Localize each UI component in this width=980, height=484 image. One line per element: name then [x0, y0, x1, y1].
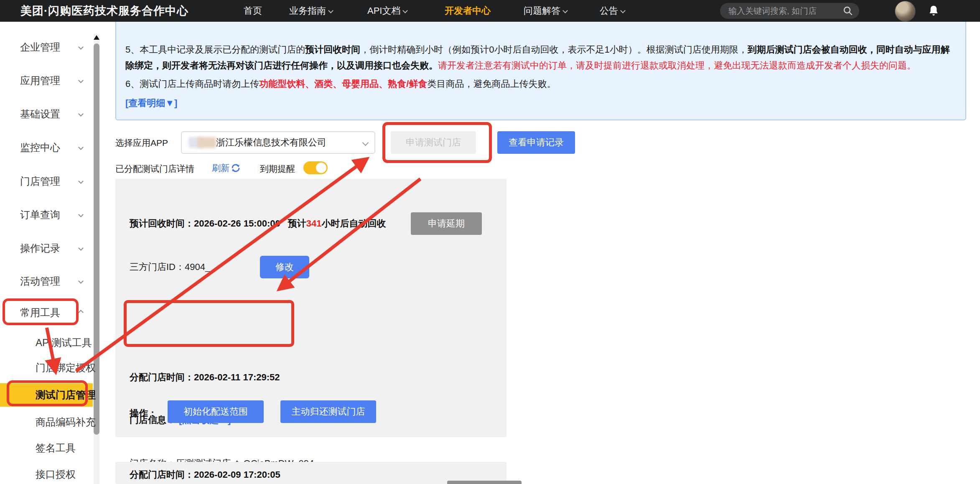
- usage-notice-panel: 5、本工具中记录及展示已分配的测试门店的预计回收时间，倒计时精确到小时（例如预计…: [115, 17, 966, 120]
- view-apply-records-button[interactable]: 查看申请记录: [497, 131, 575, 154]
- redacted-app-id: [198, 137, 216, 148]
- search-input[interactable]: [728, 6, 843, 16]
- notice-text-bold: 预计回收时间: [305, 44, 360, 55]
- sidebar-item-order-query[interactable]: 订单查询: [20, 206, 83, 223]
- nav-item-home[interactable]: 首页: [244, 0, 262, 22]
- chevron-down-icon: [362, 139, 369, 146]
- app-select-dropdown[interactable]: 浙江乐檬信息技术有限公司: [181, 131, 375, 154]
- select-app-label: 选择应用APP: [115, 137, 168, 149]
- sidebar-item-product-code-supplement[interactable]: 商品编码补充: [36, 414, 102, 431]
- notice-text: 6、测试门店上传商品时请勿上传: [125, 79, 259, 89]
- refresh-label: 刷新: [212, 162, 229, 174]
- nav-item-qa[interactable]: 问题解答: [524, 0, 567, 22]
- app-logo: 美团·闪购医药技术服务合作中心: [20, 0, 188, 22]
- assign-time-row: 分配门店时间：2026-02-09 17:20:05: [130, 469, 280, 481]
- countdown-hours: 341: [306, 218, 322, 229]
- notice-text: 5、本工具中记录及展示已分配的测试门店的: [125, 44, 305, 55]
- notice-text: ，倒计时精确到小时（例如预计0小时后自动回收，表示不足1小时）。根据测试门店使用…: [360, 44, 747, 55]
- apply-extension-button-partial[interactable]: [447, 481, 522, 484]
- chevron-up-icon: [78, 310, 84, 315]
- sidebar-item-store-management[interactable]: 门店管理: [20, 173, 83, 190]
- init-delivery-range-button[interactable]: 初始化配送范围: [168, 400, 264, 423]
- chevron-down-icon: [78, 278, 84, 284]
- global-search[interactable]: [720, 3, 859, 19]
- chevron-down-icon: [78, 44, 84, 50]
- nav-item-api-docs[interactable]: API文档: [367, 0, 407, 22]
- top-navbar: 美团·闪购医药技术服务合作中心 首页 业务指南 API文档 开发者中心 问题解答…: [0, 0, 980, 22]
- nav-item-developer-center[interactable]: 开发者中心: [445, 0, 491, 22]
- user-avatar[interactable]: [895, 1, 916, 22]
- chevron-down-icon: [78, 212, 84, 217]
- nav-item-business-guide[interactable]: 业务指南: [289, 0, 333, 22]
- chevron-down-icon: [78, 178, 84, 184]
- scroll-up-arrow-icon[interactable]: [94, 35, 99, 40]
- sidebar-item-basic-settings[interactable]: 基础设置: [20, 106, 83, 122]
- notice-text-red-bold: 功能型饮料、酒类、母婴用品、熟食/鲜食: [259, 79, 427, 89]
- apply-test-store-button[interactable]: 申请测试门店: [391, 131, 476, 154]
- expiry-reminder-toggle[interactable]: [303, 161, 328, 174]
- sidebar-item-api-auth[interactable]: 接口授权: [36, 466, 102, 483]
- notice-text: 类目商品，避免商品上传失败。: [427, 79, 556, 89]
- notice-item-5: 5、本工具中记录及展示已分配的测试门店的预计回收时间，倒计时精确到小时（例如预计…: [125, 42, 956, 74]
- sidebar-item-store-bind-auth[interactable]: 门店绑定授权: [36, 359, 102, 376]
- assign-time-row: 分配门店时间：2026-02-11 17:29:52: [130, 371, 280, 384]
- modify-store-id-button[interactable]: 修改: [260, 256, 309, 278]
- selected-app-name: 浙江乐檬信息技术有限公司: [216, 136, 326, 149]
- toggle-knob: [316, 163, 326, 173]
- sidebar-item-monitor-center[interactable]: 监控中心: [20, 139, 83, 156]
- sidebar-item-signature-tool[interactable]: 签名工具: [36, 440, 102, 456]
- chevron-down-icon: [78, 145, 84, 150]
- return-test-store-button[interactable]: 主动归还测试门店: [280, 400, 376, 423]
- notice-item-6: 6、测试门店上传商品时请勿上传功能型饮料、酒类、母婴用品、熟食/鲜食类目商品，避…: [125, 76, 956, 92]
- notice-text-red: 请开发者注意若有测试中的订单，请及时提前进行退款或取消处理，避免出现无法退款而造…: [438, 60, 916, 71]
- sidebar-item-operation-log[interactable]: 操作记录: [20, 240, 83, 257]
- sidebar-item-activity-management[interactable]: 活动管理: [20, 273, 83, 290]
- chevron-down-icon: [78, 78, 84, 83]
- chevron-down-icon: [563, 8, 568, 13]
- sidebar-nav: 企业管理 应用管理 基础设置 监控中心 门店管理 订单查询 操作记录 活动管理 …: [0, 22, 104, 484]
- search-icon: [843, 5, 853, 16]
- chevron-down-icon: [403, 8, 408, 13]
- sidebar-item-common-tools[interactable]: 常用工具: [20, 304, 83, 321]
- recycle-time-row: 预计回收时间： 2026-02-26 15:00:00 预计341小时后自动回收: [130, 212, 386, 235]
- chevron-down-icon: [78, 245, 84, 251]
- actions-label: 操作：: [130, 407, 157, 420]
- refresh-link[interactable]: 刷新: [212, 162, 241, 174]
- expiry-reminder-label: 到期提醒: [260, 163, 295, 175]
- store-id-row: 三方门店ID：4904_: [130, 256, 210, 278]
- test-store-card: 分配门店时间：2026-02-11 17:29:52 预计回收时间： 2026-…: [115, 179, 507, 437]
- assigned-stores-title: 已分配测试门店详情: [115, 163, 194, 175]
- sidebar-item-enterprise[interactable]: 企业管理: [20, 39, 83, 56]
- chevron-down-icon: [620, 8, 626, 13]
- refresh-icon: [231, 163, 241, 173]
- notification-bell-icon[interactable]: [927, 5, 940, 20]
- sidebar-item-test-store-management[interactable]: 测试门店管理: [36, 387, 102, 403]
- chevron-down-icon: [78, 111, 84, 117]
- nav-item-announcements[interactable]: 公告: [600, 0, 625, 22]
- sidebar-item-application[interactable]: 应用管理: [20, 72, 83, 89]
- sidebar-item-api-test-tool[interactable]: API测试工具: [36, 334, 102, 351]
- view-detail-link[interactable]: [查看明细▼]: [125, 97, 177, 110]
- chevron-down-icon: [328, 8, 333, 13]
- apply-extension-button[interactable]: 申请延期: [411, 212, 482, 235]
